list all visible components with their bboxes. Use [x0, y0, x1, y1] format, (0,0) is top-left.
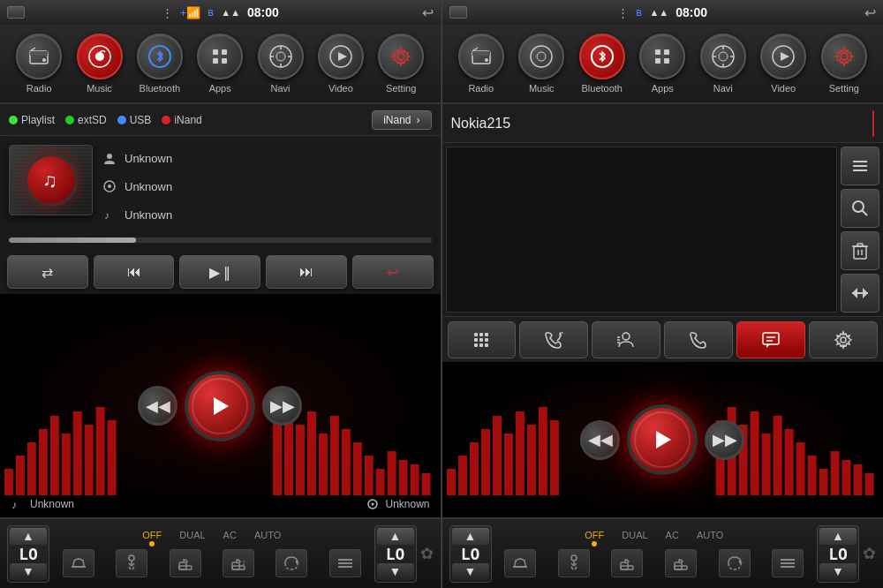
right-temp-down-btn-r[interactable]: ▼: [819, 563, 857, 580]
viz-prev-btn[interactable]: ◀◀: [138, 386, 177, 426]
left-nav-music[interactable]: Music: [77, 34, 123, 94]
phone-content: Nokia215: [442, 104, 884, 588]
disc-icon: [102, 178, 117, 194]
svg-line-159: [571, 567, 573, 569]
mode-ac[interactable]: AC: [223, 530, 237, 547]
source-playlist[interactable]: Playlist: [9, 114, 55, 126]
defrost-rear-btn[interactable]: [329, 549, 361, 577]
album-plate: ♫: [9, 145, 93, 215]
phone-call-btn[interactable]: [519, 321, 588, 358]
viz-track-controls: ♪ Unknown Unknown: [0, 491, 441, 517]
right-temp-down-btn[interactable]: ▼: [452, 563, 489, 580]
repeat-btn[interactable]: ↩: [352, 255, 434, 289]
right-seat-heat-right-btn[interactable]: [665, 549, 697, 577]
right-airflow-btn[interactable]: [558, 549, 590, 577]
right-nav-music[interactable]: Music: [518, 34, 564, 94]
right-mode-dual[interactable]: DUAL: [622, 530, 647, 547]
right-music-label: Music: [529, 83, 555, 94]
phone-transfer-btn[interactable]: [841, 274, 879, 313]
phone-dialpad-btn[interactable]: [448, 321, 517, 358]
right-viz-prev-btn[interactable]: ◀◀: [580, 420, 620, 460]
right-video-icon: [760, 34, 806, 79]
svg-marker-150: [656, 431, 671, 449]
right-nav-video[interactable]: Video: [760, 34, 806, 94]
right-temp-up-btn[interactable]: ▲: [452, 528, 489, 545]
controls-bar: ⇄ ⏮ ▶ ‖ ⏭ ↩: [0, 250, 441, 294]
right-temp-down-btn-l[interactable]: ▼: [377, 563, 414, 580]
svg-rect-114: [485, 343, 488, 347]
right-nav-setting[interactable]: Setting: [821, 34, 867, 94]
device-name: Nokia215: [451, 116, 863, 132]
right-nav-radio[interactable]: Radio: [458, 34, 504, 94]
right-nav-navi[interactable]: Navi: [700, 34, 746, 94]
recirculate-btn[interactable]: [275, 549, 307, 577]
right-viz-play-btn[interactable]: [627, 404, 698, 475]
right-temp-up-btn-r[interactable]: ▲: [819, 528, 857, 545]
track-artist: Unknown: [125, 180, 172, 193]
right-viz-next-btn[interactable]: ▶▶: [705, 420, 744, 460]
right-status-bar: ⋮ ʙ ▲▲ 08:00 ↩: [442, 0, 884, 25]
right-nav-apps[interactable]: Apps: [639, 34, 685, 94]
progress-area: [0, 237, 441, 250]
shuffle-icon: ⇄: [42, 264, 53, 281]
next-icon: ⏭: [299, 264, 313, 280]
source-usb[interactable]: USB: [117, 114, 152, 126]
svg-rect-72: [338, 566, 352, 568]
left-temp-down-btn[interactable]: ▼: [10, 563, 47, 580]
defrost-front-btn[interactable]: [63, 549, 94, 577]
left-nav-video[interactable]: Video: [318, 34, 364, 94]
right-defrost-rear-btn[interactable]: [772, 549, 804, 577]
left-nav-apps[interactable]: Apps: [197, 34, 243, 94]
phone-contacts-btn[interactable]: [592, 321, 660, 358]
right-mode-off[interactable]: OFF: [585, 530, 604, 547]
prev-btn[interactable]: ⏮: [94, 255, 175, 289]
mode-off[interactable]: OFF: [142, 530, 162, 547]
phone-settings-btn[interactable]: [809, 321, 878, 358]
usb-label: USB: [130, 114, 152, 126]
svg-point-57: [129, 555, 134, 561]
phone-search-btn[interactable]: [841, 189, 879, 228]
right-defrost-front-btn[interactable]: [504, 549, 536, 577]
left-nav-bluetooth[interactable]: Bluetooth: [137, 34, 183, 94]
play-pause-btn[interactable]: ▶ ‖: [179, 255, 260, 289]
right-seat-heat-left-btn[interactable]: [611, 549, 643, 577]
airflow-body-btn[interactable]: [116, 549, 147, 577]
right-mode-auto[interactable]: AUTO: [697, 530, 723, 547]
inand-select-btn[interactable]: iNand ›: [372, 110, 431, 130]
left-radio-icon: [16, 34, 62, 79]
source-inand[interactable]: iNand: [162, 114, 201, 126]
left-nav-navi[interactable]: Navi: [258, 34, 304, 94]
right-wifi-symbol: ▲▲: [649, 7, 668, 18]
left-bluetooth-symbol: ʙ: [208, 6, 214, 19]
right-mode-ac[interactable]: AC: [666, 530, 679, 547]
seat-heat-left-btn[interactable]: [170, 549, 201, 577]
mode-dual[interactable]: DUAL: [179, 530, 205, 547]
phone-list-btn[interactable]: [841, 147, 879, 185]
viz-next-btn[interactable]: ▶▶: [262, 386, 302, 426]
progress-bar-bg[interactable]: [9, 237, 432, 243]
phone-delete-btn[interactable]: [841, 231, 879, 270]
track-list: Unknown Unknown ♪ Unknown: [102, 145, 432, 229]
mode-auto[interactable]: AUTO: [254, 530, 281, 547]
left-temp-up-btn[interactable]: ▲: [10, 528, 47, 545]
right-bluetooth-icon: [579, 34, 625, 79]
svg-rect-7: [213, 49, 218, 55]
source-extsd[interactable]: extSD: [65, 114, 107, 126]
shuffle-btn[interactable]: ⇄: [7, 255, 88, 289]
left-nav-radio[interactable]: Radio: [16, 34, 62, 94]
svg-rect-71: [338, 562, 352, 564]
svg-rect-109: [474, 338, 478, 342]
right-recirculate-btn[interactable]: [719, 549, 751, 577]
next-btn[interactable]: ⏭: [266, 255, 347, 289]
viz-play-btn[interactable]: [185, 371, 255, 441]
left-music-icon: [77, 34, 123, 79]
phone-hold-btn[interactable]: [664, 321, 733, 358]
right-nav-bluetooth[interactable]: Bluetooth: [579, 34, 625, 94]
inand-label: iNand: [174, 114, 201, 126]
phone-sms-btn[interactable]: [736, 321, 805, 358]
left-back-icon[interactable]: ↩: [422, 4, 434, 21]
left-nav-setting[interactable]: Setting: [378, 34, 424, 94]
right-back-icon[interactable]: ↩: [864, 4, 876, 21]
seat-heat-right-btn[interactable]: [223, 549, 254, 577]
right-temp-up-btn-l[interactable]: ▲: [377, 528, 414, 545]
